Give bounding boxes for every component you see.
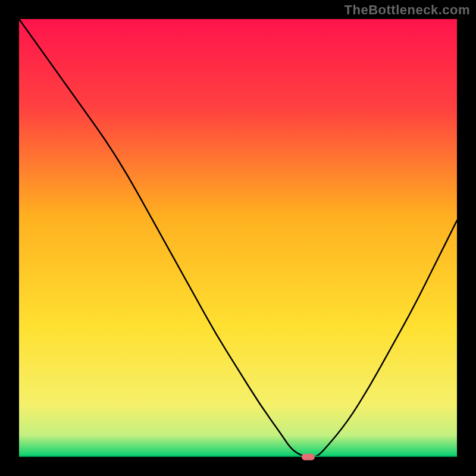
optimal-point-marker bbox=[302, 454, 315, 461]
watermark-text: TheBottleneck.com bbox=[345, 2, 470, 18]
plot-area bbox=[19, 19, 457, 457]
chart-frame: TheBottleneck.com bbox=[0, 0, 476, 476]
chart-svg bbox=[19, 19, 457, 457]
gradient-background bbox=[19, 19, 457, 457]
